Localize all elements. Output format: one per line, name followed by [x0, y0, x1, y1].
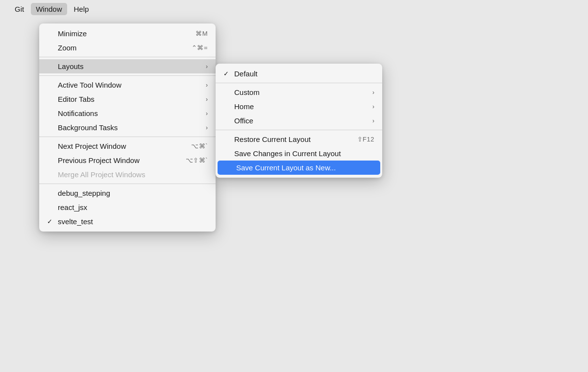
- submenu-item-office[interactable]: Office ›: [216, 114, 382, 128]
- menu-item-next-project-window[interactable]: Next Project Window ⌥⌘`: [39, 139, 216, 153]
- menu-item-previous-project-window-label: Previous Project Window: [58, 156, 140, 164]
- submenu-separator-2: [216, 130, 382, 130]
- menu-help[interactable]: Help: [69, 3, 94, 15]
- submenu-item-save-changes-current-layout-label: Save Changes in Current Layout: [234, 149, 341, 158]
- menu-item-debug-stepping-label: debug_stepping: [58, 189, 110, 197]
- menu-item-background-tasks[interactable]: Background Tasks ›: [39, 120, 216, 135]
- layouts-submenu: ✓ Default Custom › Home › Office › Resto…: [216, 64, 382, 178]
- arrow-right-icon: ›: [206, 96, 208, 103]
- menu-item-next-project-window-label: Next Project Window: [58, 142, 126, 150]
- menu-item-zoom[interactable]: Zoom ⌃⌘=: [39, 41, 216, 55]
- menu-item-minimize-shortcut: ⌘M: [196, 30, 208, 37]
- submenu-item-home[interactable]: Home ›: [216, 99, 382, 114]
- menu-item-layouts-label: Layouts: [58, 62, 84, 70]
- arrow-right-icon: ›: [372, 103, 374, 110]
- submenu-item-restore-current-layout-label: Restore Current Layout: [234, 135, 311, 143]
- separator-2: [39, 75, 216, 76]
- menu-item-merge-all-project-windows: Merge All Project Windows: [39, 167, 216, 182]
- submenu-item-default[interactable]: ✓ Default: [216, 67, 382, 81]
- submenu-item-custom-label: Custom: [234, 88, 260, 96]
- submenu-item-default-label: Default: [234, 70, 258, 78]
- menu-item-next-project-window-shortcut: ⌥⌘`: [191, 142, 208, 150]
- menu-item-editor-tabs-label: Editor Tabs: [58, 95, 95, 103]
- menu-item-react-jsx-label: react_jsx: [58, 203, 87, 211]
- separator-3: [39, 137, 216, 137]
- submenu-item-custom[interactable]: Custom ›: [216, 85, 382, 99]
- menu-item-notifications[interactable]: Notifications ›: [39, 106, 216, 120]
- menu-item-layouts[interactable]: Layouts ›: [39, 59, 216, 73]
- menu-item-zoom-shortcut: ⌃⌘=: [192, 44, 208, 51]
- menu-bar: Git Window Help: [0, 0, 588, 18]
- default-checkmark: ✓: [223, 70, 231, 77]
- submenu-separator-1: [216, 83, 382, 83]
- menu-item-svelte-test[interactable]: ✓ svelte_test: [39, 214, 216, 229]
- arrow-right-icon: ›: [372, 89, 374, 96]
- submenu-item-home-label: Home: [234, 102, 254, 111]
- menu-item-minimize-label: Minimize: [58, 29, 87, 38]
- menu-item-previous-project-window-shortcut: ⌥⇧⌘`: [186, 157, 208, 164]
- submenu-item-save-changes-current-layout[interactable]: Save Changes in Current Layout: [216, 146, 382, 161]
- menu-item-zoom-label: Zoom: [58, 44, 76, 52]
- arrow-right-icon: ›: [372, 117, 374, 124]
- menu-item-react-jsx[interactable]: react_jsx: [39, 200, 216, 214]
- submenu-item-restore-current-layout[interactable]: Restore Current Layout ⇧F12: [216, 132, 382, 146]
- submenu-item-restore-shortcut: ⇧F12: [357, 136, 374, 143]
- arrow-right-icon: ›: [206, 124, 208, 131]
- menu-item-active-tool-window-label: Active Tool Window: [58, 81, 122, 89]
- menu-item-active-tool-window[interactable]: Active Tool Window ›: [39, 78, 216, 92]
- menu-item-editor-tabs[interactable]: Editor Tabs ›: [39, 92, 216, 106]
- separator-4: [39, 184, 216, 184]
- menu-item-previous-project-window[interactable]: Previous Project Window ⌥⇧⌘`: [39, 153, 216, 167]
- submenu-item-save-current-layout-as-new-label: Save Current Layout as New...: [236, 163, 336, 172]
- separator-1: [39, 57, 216, 57]
- menu-window[interactable]: Window: [31, 3, 67, 15]
- menu-git[interactable]: Git: [10, 3, 29, 15]
- menu-item-svelte-test-label: svelte_test: [58, 217, 93, 226]
- menu-item-debug-stepping[interactable]: debug_stepping: [39, 186, 216, 200]
- arrow-right-icon: ›: [206, 63, 208, 70]
- submenu-item-save-current-layout-as-new[interactable]: Save Current Layout as New...: [218, 161, 380, 175]
- menu-item-minimize[interactable]: Minimize ⌘M: [39, 26, 216, 41]
- menu-item-merge-all-project-windows-label: Merge All Project Windows: [58, 170, 145, 179]
- window-dropdown-menu: Minimize ⌘M Zoom ⌃⌘= Layouts › Active To…: [39, 23, 216, 232]
- arrow-right-icon: ›: [206, 82, 208, 89]
- menu-item-background-tasks-label: Background Tasks: [58, 123, 118, 132]
- menu-item-notifications-label: Notifications: [58, 109, 98, 117]
- svelte-test-checkmark: ✓: [47, 218, 55, 225]
- submenu-item-office-label: Office: [234, 116, 253, 125]
- arrow-right-icon: ›: [206, 110, 208, 117]
